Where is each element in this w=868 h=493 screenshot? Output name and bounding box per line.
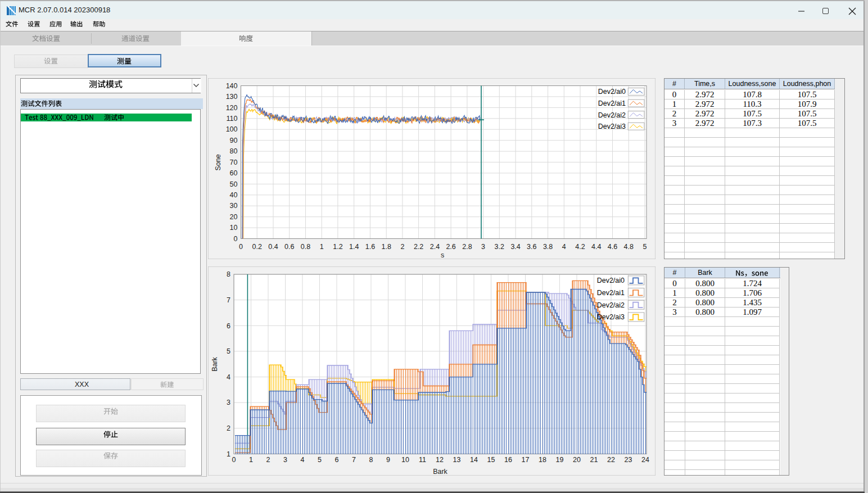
svg-text:Dev2/ai1: Dev2/ai1 [597,289,625,297]
svg-text:21: 21 [590,456,598,464]
svg-text:24: 24 [641,456,649,464]
svg-text:20: 20 [573,456,581,464]
svg-text:50: 50 [230,180,238,188]
svg-text:19: 19 [556,456,564,464]
svg-text:2.2: 2.2 [414,243,423,251]
svg-text:4.6: 4.6 [608,243,617,251]
svg-text:60: 60 [230,169,238,177]
svg-text:0: 0 [239,243,243,251]
svg-text:1: 1 [249,456,253,464]
svg-text:14: 14 [470,456,478,464]
svg-text:0: 0 [232,456,236,464]
svg-text:70: 70 [230,159,238,166]
svg-text:8: 8 [227,270,230,278]
svg-text:1: 1 [227,450,230,458]
svg-text:2.4: 2.4 [430,243,440,251]
svg-text:1: 1 [320,243,324,251]
svg-text:2: 2 [227,424,230,432]
svg-text:110: 110 [227,115,238,123]
svg-text:3.4: 3.4 [510,243,520,251]
svg-text:16: 16 [504,456,512,464]
svg-text:80: 80 [230,147,238,155]
svg-text:1.8: 1.8 [382,243,391,251]
svg-text:3.6: 3.6 [527,243,536,251]
svg-text:3: 3 [227,399,230,406]
svg-text:Bark: Bark [433,468,447,476]
svg-text:Dev2/ai0: Dev2/ai0 [597,277,625,284]
svg-text:9: 9 [386,456,390,464]
svg-text:0.2: 0.2 [252,243,262,251]
svg-text:Dev2/ai3: Dev2/ai3 [597,313,625,321]
svg-text:5: 5 [318,456,322,464]
svg-text:12: 12 [436,456,444,464]
svg-text:7: 7 [352,456,356,464]
svg-text:Dev2/ai2: Dev2/ai2 [598,111,626,119]
svg-text:3: 3 [283,456,287,464]
svg-text:0.4: 0.4 [268,243,278,251]
svg-text:2: 2 [400,243,404,251]
svg-text:30: 30 [230,202,238,210]
svg-text:13: 13 [453,456,461,464]
svg-text:4: 4 [227,373,230,381]
svg-text:15: 15 [487,456,495,464]
svg-text:2.6: 2.6 [446,243,455,251]
svg-text:1.2: 1.2 [333,243,342,251]
svg-text:Sone: Sone [214,154,222,170]
svg-text:17: 17 [522,456,530,464]
svg-text:5: 5 [643,243,647,251]
svg-text:2.8: 2.8 [462,243,472,251]
svg-text:10: 10 [401,456,409,464]
svg-text:18: 18 [539,456,546,464]
svg-text:Dev2/ai0: Dev2/ai0 [598,88,626,96]
svg-text:23: 23 [625,456,632,464]
svg-text:10: 10 [230,224,238,232]
svg-text:3.8: 3.8 [543,243,553,251]
svg-text:90: 90 [230,137,238,144]
svg-text:7: 7 [227,296,230,304]
svg-text:4: 4 [562,243,566,251]
svg-text:11: 11 [419,456,426,464]
svg-text:140: 140 [226,82,238,90]
svg-text:5: 5 [227,347,230,355]
svg-text:4.2: 4.2 [575,243,585,251]
svg-text:130: 130 [226,93,238,101]
svg-text:6: 6 [227,322,230,330]
svg-text:1.6: 1.6 [365,243,375,251]
svg-text:1.4: 1.4 [349,243,359,251]
svg-text:Bark: Bark [211,356,219,371]
svg-text:22: 22 [607,456,615,464]
svg-text:4.8: 4.8 [624,243,634,251]
svg-text:0: 0 [234,235,238,243]
svg-text:100: 100 [226,125,238,133]
svg-text:3.2: 3.2 [495,243,504,251]
svg-text:4.4: 4.4 [591,243,601,251]
svg-text:Dev2/ai3: Dev2/ai3 [598,123,626,130]
svg-text:2: 2 [266,456,270,464]
svg-text:Dev2/ai2: Dev2/ai2 [597,301,625,309]
svg-text:Dev2/ai1: Dev2/ai1 [598,99,626,107]
svg-text:120: 120 [226,104,238,112]
svg-text:s: s [441,251,444,259]
svg-text:6: 6 [335,456,339,464]
svg-text:0.8: 0.8 [301,243,310,251]
svg-text:40: 40 [230,191,238,199]
svg-text:8: 8 [369,456,373,464]
svg-text:3: 3 [481,243,485,251]
svg-text:0.6: 0.6 [284,243,294,251]
svg-text:4: 4 [301,456,305,464]
svg-text:20: 20 [230,213,238,221]
